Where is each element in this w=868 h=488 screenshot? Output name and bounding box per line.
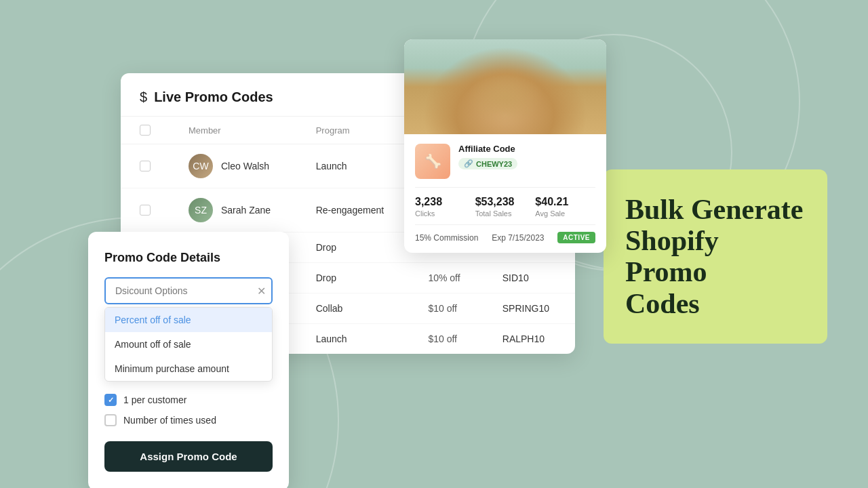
commission-text: 15% Commission bbox=[415, 233, 478, 243]
affiliate-row: 🦴 Affiliate Code 🔗 CHEWY23 bbox=[415, 144, 595, 179]
promo-details-card: Promo Code Details ✕ Percent off of sale… bbox=[88, 232, 289, 488]
expiry-text: Exp 7/15/2023 bbox=[492, 233, 544, 243]
product-thumbnail: 🦴 bbox=[415, 144, 450, 179]
bulk-line-1: Bulk Generate bbox=[625, 194, 803, 225]
stat-sales-label: Total Sales bbox=[475, 209, 536, 218]
code-cell: RALPH10 bbox=[484, 324, 575, 354]
stat-avg-sale: $40.21 Avg Sale bbox=[535, 196, 595, 218]
affiliate-code: CHEWY23 bbox=[476, 160, 512, 168]
program-cell: Launch bbox=[297, 324, 410, 354]
bulk-line-2: Shopify Promo bbox=[625, 225, 719, 287]
checkbox-per-customer-label: 1 per customer bbox=[123, 394, 186, 405]
link-icon: 🔗 bbox=[464, 159, 473, 168]
discount-cell: 10% off bbox=[409, 263, 483, 293]
program-cell: Launch bbox=[297, 144, 410, 188]
status-badge: ACTIVE bbox=[557, 232, 595, 243]
dropdown-option-amount[interactable]: Amount off of sale bbox=[105, 332, 272, 357]
dollar-icon: $ bbox=[140, 89, 147, 105]
avatar: CW bbox=[189, 154, 213, 178]
checkbox-times-used[interactable] bbox=[104, 414, 117, 426]
affiliate-card: 🦴 Affiliate Code 🔗 CHEWY23 3,238 Clicks … bbox=[404, 39, 606, 253]
checkbox-label-times-used[interactable]: Number of times used bbox=[104, 414, 273, 426]
program-cell: Drop bbox=[297, 263, 410, 293]
code-cell: SPRING10 bbox=[484, 293, 575, 324]
discount-dropdown: Percent off of sale Amount off of sale M… bbox=[104, 307, 273, 382]
select-all-checkbox[interactable] bbox=[140, 125, 151, 136]
dropdown-option-percent[interactable]: Percent off of sale bbox=[105, 308, 272, 332]
row-checkbox[interactable] bbox=[140, 161, 151, 171]
row-checkbox[interactable] bbox=[140, 205, 151, 216]
stat-clicks-label: Clicks bbox=[415, 209, 475, 218]
avatar: SZ bbox=[189, 198, 213, 222]
checkbox-per-customer[interactable] bbox=[104, 394, 117, 406]
bulk-generate-box: Bulk Generate Shopify Promo Codes bbox=[604, 169, 827, 344]
discount-cell: $10 off bbox=[409, 324, 483, 354]
stat-avg-value: $40.21 bbox=[535, 196, 595, 208]
dropdown-option-minimum[interactable]: Minimum purchase amount bbox=[105, 357, 272, 381]
dog-illustration bbox=[404, 39, 606, 134]
affiliate-code-badge: 🔗 CHEWY23 bbox=[458, 158, 517, 169]
affiliate-info: Affiliate Code 🔗 CHEWY23 bbox=[458, 144, 595, 169]
stat-avg-label: Avg Sale bbox=[535, 209, 595, 218]
member-cell: CW Cleo Walsh bbox=[170, 144, 297, 188]
program-cell: Collab bbox=[297, 293, 410, 324]
code-cell: SID10 bbox=[484, 263, 575, 293]
stat-clicks: 3,238 Clicks bbox=[415, 196, 475, 218]
program-header: Program bbox=[297, 117, 410, 144]
member-name: Cleo Walsh bbox=[221, 161, 269, 171]
affiliate-stats: 3,238 Clicks $53,238 Total Sales $40.21 … bbox=[415, 187, 595, 218]
bulk-line-3: Codes bbox=[625, 288, 700, 319]
dog-image bbox=[404, 39, 606, 134]
clear-input-button[interactable]: ✕ bbox=[257, 285, 266, 298]
discount-input-wrapper: ✕ bbox=[104, 277, 273, 304]
bulk-generate-text: Bulk Generate Shopify Promo Codes bbox=[625, 194, 806, 319]
stat-clicks-value: 3,238 bbox=[415, 196, 475, 208]
program-cell: Re-engagement bbox=[297, 188, 410, 232]
promo-details-title: Promo Code Details bbox=[104, 251, 273, 265]
member-header: Member bbox=[170, 117, 297, 144]
checkbox-times-used-label: Number of times used bbox=[123, 415, 216, 426]
discount-cell: $10 off bbox=[409, 293, 483, 324]
member-name: Sarah Zane bbox=[221, 205, 271, 216]
panel-title: Live Promo Codes bbox=[154, 89, 273, 105]
discount-input[interactable] bbox=[104, 277, 273, 304]
member-cell: SZ Sarah Zane bbox=[170, 188, 297, 232]
checkbox-group: 1 per customer Number of times used bbox=[104, 394, 273, 426]
select-all-header bbox=[121, 117, 170, 144]
checkbox-label-per-customer[interactable]: 1 per customer bbox=[104, 394, 273, 406]
affiliate-title: Affiliate Code bbox=[458, 144, 595, 154]
assign-promo-button[interactable]: Assign Promo Code bbox=[104, 441, 273, 472]
row-checkbox-cell bbox=[121, 188, 170, 232]
stat-total-sales: $53,238 Total Sales bbox=[475, 196, 536, 218]
stat-sales-value: $53,238 bbox=[475, 196, 536, 208]
commission-row: 15% Commission Exp 7/15/2023 ACTIVE bbox=[415, 224, 595, 243]
row-checkbox-cell bbox=[121, 144, 170, 188]
affiliate-body: 🦴 Affiliate Code 🔗 CHEWY23 3,238 Clicks … bbox=[404, 134, 606, 253]
program-cell: Drop bbox=[297, 232, 410, 263]
